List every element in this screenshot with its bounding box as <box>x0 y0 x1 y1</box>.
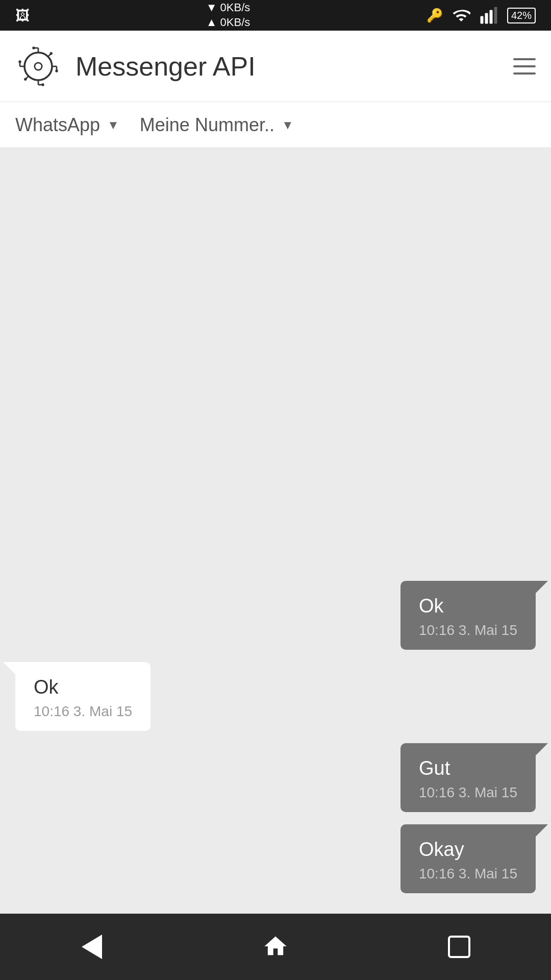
app-logo-icon <box>15 43 61 89</box>
network-up-speed: ▲ 0KB/s <box>206 15 251 30</box>
menu-button[interactable] <box>513 58 536 75</box>
home-button[interactable] <box>250 921 301 972</box>
message-row: Okay 10:16 3. Mai 15 <box>15 824 536 893</box>
message-text: Gut <box>419 757 517 779</box>
message-time: 10:16 3. Mai 15 <box>419 866 517 882</box>
message-row: Ok 10:16 3. Mai 15 <box>15 581 536 650</box>
back-icon <box>82 935 102 959</box>
svg-point-21 <box>24 78 27 80</box>
key-icon: 🔑 <box>427 8 443 23</box>
svg-point-17 <box>55 69 58 72</box>
recents-button[interactable] <box>434 921 485 972</box>
message-time: 10:16 3. Mai 15 <box>419 785 517 801</box>
svg-rect-0 <box>480 16 483 24</box>
message-text: Ok <box>34 676 132 698</box>
message-bubble-sent: Okay 10:16 3. Mai 15 <box>400 824 536 893</box>
wifi-icon <box>452 6 470 24</box>
message-bubble-received: Ok 10:16 3. Mai 15 <box>15 662 151 731</box>
toolbar: WhatsApp ▼ Meine Nummer.. ▼ <box>0 102 551 148</box>
app-selector-dropdown[interactable]: WhatsApp ▼ <box>15 114 119 136</box>
number-selector-label: Meine Nummer.. <box>140 114 274 136</box>
svg-rect-1 <box>485 13 488 24</box>
chat-spacer <box>15 168 536 569</box>
svg-rect-2 <box>489 10 492 24</box>
network-speed: ▼ 0KB/s ▲ 0KB/s <box>206 1 251 30</box>
back-button[interactable] <box>66 921 117 972</box>
signal-icon <box>480 6 498 24</box>
svg-point-14 <box>18 60 21 63</box>
message-text: Okay <box>419 839 517 861</box>
message-text: Ok <box>419 595 517 617</box>
svg-rect-3 <box>494 7 497 24</box>
svg-point-5 <box>35 62 42 69</box>
app-selector-label: WhatsApp <box>15 114 100 136</box>
status-bar-right: 🔑 42% <box>427 6 536 24</box>
network-down-speed: ▼ 0KB/s <box>206 1 251 15</box>
nav-bar <box>0 914 551 980</box>
message-time: 10:16 3. Mai 15 <box>419 622 517 639</box>
number-selector-dropdown[interactable]: Meine Nummer.. ▼ <box>140 114 294 136</box>
message-bubble-sent: Ok 10:16 3. Mai 15 <box>400 581 536 650</box>
svg-point-8 <box>32 46 35 49</box>
app-header: Messenger API <box>0 31 551 102</box>
message-bubble-sent: Gut 10:16 3. Mai 15 <box>400 743 536 812</box>
image-icon: 🖼 <box>15 7 30 24</box>
chat-area: Ok 10:16 3. Mai 15 Ok 10:16 3. Mai 15 Gu… <box>0 148 551 914</box>
app-selector-chevron-icon: ▼ <box>107 118 119 132</box>
home-icon <box>262 933 289 961</box>
message-row: Ok 10:16 3. Mai 15 <box>15 662 536 731</box>
status-bar-left: 🖼 <box>15 7 30 24</box>
recents-icon <box>448 936 470 958</box>
number-selector-chevron-icon: ▼ <box>282 118 294 132</box>
svg-point-19 <box>50 52 53 55</box>
message-time: 10:16 3. Mai 15 <box>34 703 132 720</box>
battery-indicator: 42% <box>507 8 536 23</box>
svg-point-11 <box>41 83 44 86</box>
message-row: Gut 10:16 3. Mai 15 <box>15 743 536 812</box>
status-bar: 🖼 ▼ 0KB/s ▲ 0KB/s 🔑 42% <box>0 0 551 31</box>
app-title: Messenger API <box>76 51 513 82</box>
